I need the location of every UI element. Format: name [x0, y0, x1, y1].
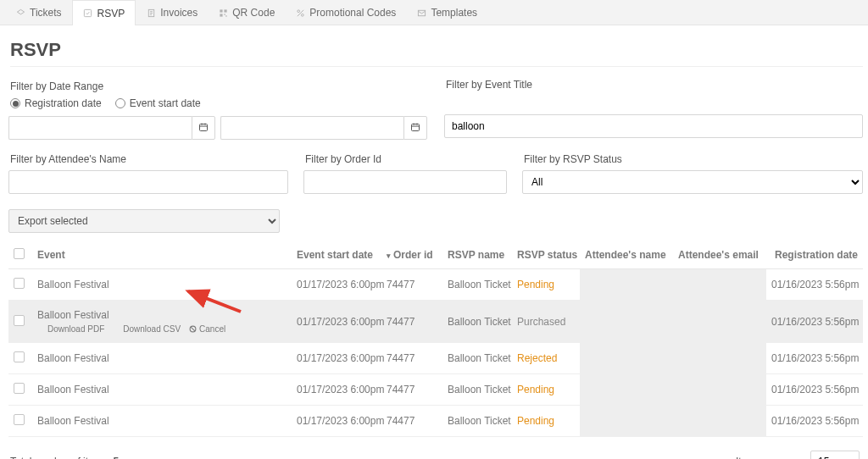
- table-row[interactable]: Balloon Festival01/17/2023 6:00pm74477Ba…: [8, 269, 863, 301]
- cell-rsvp: Balloon Ticket: [442, 374, 512, 406]
- calendar-icon: [198, 122, 209, 135]
- radio-label: Event start date: [130, 97, 201, 109]
- date-to-input[interactable]: [220, 116, 403, 140]
- svg-rect-2: [220, 9, 222, 12]
- cell-attendee-email: [673, 374, 766, 406]
- tab-qr[interactable]: QR Code: [208, 0, 285, 25]
- cell-attendee-name: [580, 406, 673, 437]
- cell-event: Balloon Festival: [32, 269, 292, 301]
- cell-start: 01/17/2023 6:00pm: [292, 343, 381, 374]
- filter-order-label: Filter by Order Id: [305, 153, 507, 165]
- cell-rsvp: Balloon Ticket: [442, 301, 512, 343]
- row-checkbox[interactable]: [14, 315, 25, 326]
- date-to-field: [220, 116, 427, 140]
- cancel-action[interactable]: Cancel: [189, 324, 225, 334]
- cell-event: Balloon Festival: [32, 374, 292, 406]
- filter-status-label: Filter by RSVP Status: [524, 153, 863, 165]
- cell-event: Balloon FestivalDownload PDFDownload CSV…: [32, 301, 292, 343]
- row-checkbox[interactable]: [14, 278, 25, 289]
- tab-label: Tickets: [30, 7, 62, 19]
- filter-date-label: Filter by Date Range: [10, 80, 427, 92]
- qr-icon: [218, 8, 228, 18]
- cell-status: Rejected: [512, 343, 580, 374]
- col-attendee-name[interactable]: Attendee's name: [580, 241, 673, 269]
- file-icon: [146, 8, 156, 18]
- attendee-name-input[interactable]: [8, 170, 288, 194]
- cell-rsvp: Balloon Ticket: [442, 343, 512, 374]
- page-content: RSVP Filter by Date Range Registration d…: [0, 25, 868, 459]
- col-order[interactable]: ▾Order id: [381, 241, 442, 269]
- cell-status: Pending: [512, 406, 580, 437]
- col-event[interactable]: Event: [32, 241, 292, 269]
- cell-attendee-name: [580, 343, 673, 374]
- tab-label: QR Code: [232, 7, 275, 19]
- tab-promo[interactable]: Promotional Codes: [285, 0, 406, 25]
- radio-registration-date[interactable]: Registration date: [10, 97, 102, 109]
- tab-rsvp[interactable]: RSVP: [72, 0, 136, 25]
- total-items: Total number of items: 5: [10, 456, 119, 459]
- date-from-input[interactable]: [8, 116, 192, 140]
- table-row[interactable]: Balloon Festival01/17/2023 6:00pm74477Ba…: [8, 406, 863, 437]
- tab-label: Templates: [431, 7, 477, 19]
- calendar-icon: [410, 122, 420, 135]
- calendar-button[interactable]: [403, 116, 427, 140]
- tab-invoices[interactable]: Invoices: [136, 0, 208, 25]
- tab-label: Invoices: [160, 7, 198, 19]
- col-attendee-email[interactable]: Attendee's email: [673, 241, 766, 269]
- svg-point-8: [301, 14, 303, 16]
- cell-attendee-email: [673, 269, 766, 301]
- rsvp-status-select[interactable]: All: [522, 170, 863, 194]
- radio-event-start-date[interactable]: Event start date: [115, 97, 201, 109]
- checkbox-icon: [14, 248, 25, 259]
- page-title: RSVP: [10, 39, 863, 67]
- cell-attendee-email: [673, 301, 766, 343]
- cell-attendee-email: [673, 343, 766, 374]
- order-id-input[interactable]: [303, 170, 507, 194]
- cell-attendee-name: [580, 269, 673, 301]
- event-title-input[interactable]: [444, 114, 863, 138]
- svg-rect-0: [84, 9, 91, 16]
- items-per-page-select[interactable]: 15: [810, 451, 860, 459]
- cell-status: Pending: [512, 374, 580, 406]
- top-tabs: Tickets RSVP Invoices QR Code Promotiona…: [0, 0, 868, 25]
- tab-tickets[interactable]: Tickets: [5, 0, 72, 25]
- col-rsvp[interactable]: RSVP name: [442, 241, 512, 269]
- percent-icon: [295, 8, 305, 18]
- col-select-all[interactable]: [8, 241, 32, 269]
- cell-rsvp: Balloon Ticket: [442, 269, 512, 301]
- export-selected-dropdown[interactable]: Export selected: [8, 209, 280, 233]
- cell-registration: 01/16/2023 5:56pm: [766, 269, 863, 301]
- table-row[interactable]: Balloon Festival01/17/2023 6:00pm74477Ba…: [8, 374, 863, 406]
- cell-attendee-name: [580, 374, 673, 406]
- cell-order: 74477: [381, 374, 442, 406]
- cell-start: 01/17/2023 6:00pm: [292, 406, 381, 437]
- row-checkbox[interactable]: [14, 383, 25, 394]
- filter-attendee-label: Filter by Attendee's Name: [10, 153, 288, 165]
- tab-label: RSVP: [97, 8, 125, 19]
- col-status[interactable]: RSVP status: [512, 241, 580, 269]
- svg-rect-5: [224, 14, 225, 14]
- row-checkbox[interactable]: [14, 351, 25, 362]
- table-row[interactable]: Balloon FestivalDownload PDFDownload CSV…: [8, 301, 863, 343]
- cell-status: Pending: [512, 269, 580, 301]
- cell-registration: 01/16/2023 5:56pm: [766, 406, 863, 437]
- cell-rsvp: Balloon Ticket: [442, 406, 512, 437]
- cell-start: 01/17/2023 6:00pm: [292, 301, 381, 343]
- col-registration[interactable]: Registration date: [766, 241, 863, 269]
- cell-event: Balloon Festival: [32, 343, 292, 374]
- mail-icon: [416, 8, 426, 18]
- cell-start: 01/17/2023 6:00pm: [292, 374, 381, 406]
- cell-order: 74477: [381, 406, 442, 437]
- row-checkbox[interactable]: [14, 414, 25, 425]
- radio-icon: [10, 98, 20, 108]
- check-square-icon: [83, 8, 93, 19]
- cell-attendee-email: [673, 406, 766, 437]
- col-start[interactable]: Event start date: [292, 241, 381, 269]
- table-row[interactable]: Balloon Festival01/17/2023 6:00pm74477Ba…: [8, 343, 863, 374]
- tab-label: Promotional Codes: [309, 7, 396, 19]
- download-pdf-action[interactable]: Download PDF: [37, 324, 104, 334]
- download-csv-action[interactable]: Download CSV: [113, 324, 181, 334]
- cell-event: Balloon Festival: [32, 406, 292, 437]
- tab-templates[interactable]: Templates: [406, 0, 487, 25]
- calendar-button[interactable]: [192, 116, 215, 140]
